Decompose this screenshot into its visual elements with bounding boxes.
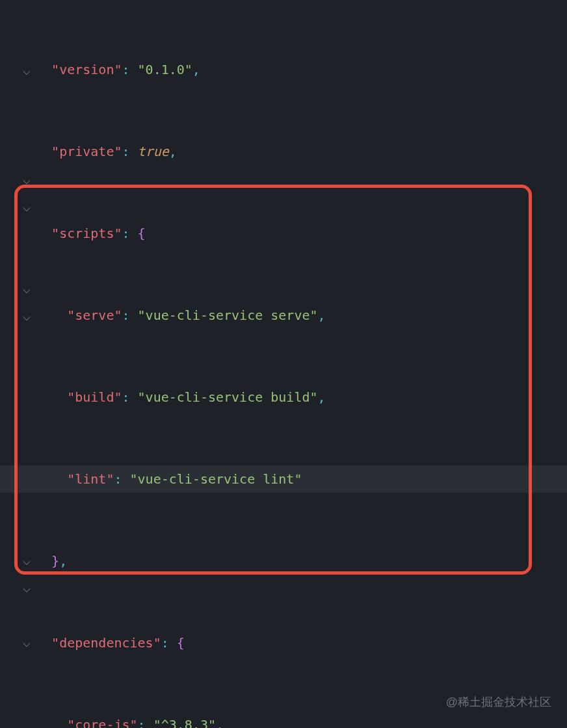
fold-icon[interactable] bbox=[21, 640, 32, 650]
code-line: "core-js": "^3.8.3", bbox=[36, 711, 567, 728]
code-line: "lint": "vue-cli-service lint" bbox=[0, 465, 567, 493]
code-line: }, bbox=[36, 547, 567, 575]
code-content: "version": "0.1.0", "private": true, "sc… bbox=[36, 1, 567, 728]
editor-gutter bbox=[0, 0, 36, 728]
fold-icon[interactable] bbox=[21, 286, 32, 296]
code-line: "version": "0.1.0", bbox=[36, 56, 567, 83]
code-line: "serve": "vue-cli-service serve", bbox=[36, 302, 567, 329]
fold-icon[interactable] bbox=[21, 204, 32, 214]
code-line: "dependencies": { bbox=[36, 629, 567, 656]
code-line: "private": true, bbox=[36, 138, 567, 165]
fold-icon[interactable] bbox=[21, 558, 32, 568]
fold-icon[interactable] bbox=[21, 585, 32, 595]
fold-icon[interactable] bbox=[21, 177, 32, 187]
watermark-text: @稀土掘金技术社区 bbox=[446, 694, 551, 710]
fold-icon[interactable] bbox=[21, 313, 32, 324]
code-line: "build": "vue-cli-service build", bbox=[36, 384, 567, 411]
fold-icon[interactable] bbox=[21, 68, 32, 78]
code-line: "scripts": { bbox=[36, 220, 567, 247]
code-editor[interactable]: "version": "0.1.0", "private": true, "sc… bbox=[0, 0, 567, 728]
